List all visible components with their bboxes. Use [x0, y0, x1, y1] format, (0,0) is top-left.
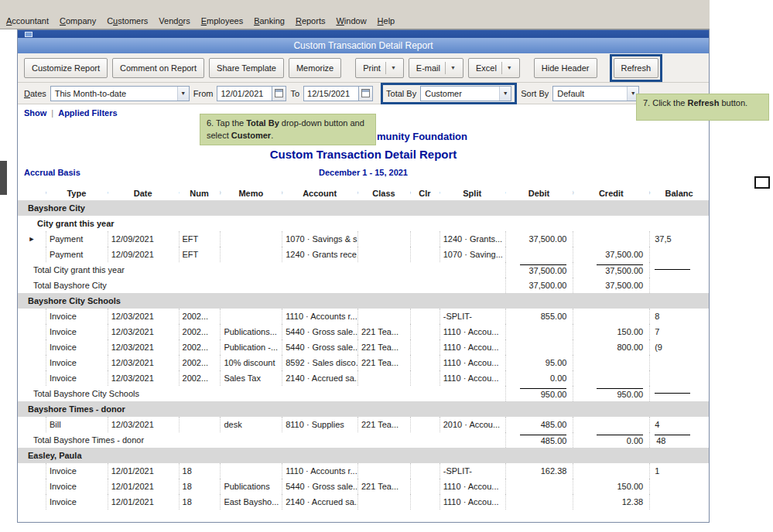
- table-row[interactable]: Invoice12/01/2021181110 · Accounts r...-…: [18, 463, 709, 479]
- cell-credit: [573, 355, 649, 370]
- column-header-debit[interactable]: Debit: [505, 186, 573, 200]
- sort-by-dropdown[interactable]: Default ▼: [552, 86, 639, 101]
- menu-item-help[interactable]: Help: [372, 14, 401, 28]
- cell-balance: [649, 494, 709, 510]
- column-header-date[interactable]: Date: [108, 186, 179, 200]
- accrual-basis-label: Accrual Basis: [24, 168, 80, 177]
- from-date-input[interactable]: 12/01/2021: [217, 86, 272, 101]
- cell-type: Invoice: [46, 339, 108, 355]
- cell-class: [357, 463, 410, 479]
- cell-split: -SPLIT-: [440, 309, 505, 324]
- cell-account: 5440 · Gross sale...: [282, 339, 357, 355]
- cell-balance: [649, 355, 709, 370]
- customize-report-button[interactable]: Customize Report: [24, 58, 108, 78]
- column-header-memo[interactable]: Memo: [220, 186, 282, 200]
- window-title-bar[interactable]: Custom Transaction Detail Report: [18, 38, 709, 53]
- cell-type: Invoice: [46, 324, 108, 339]
- total-credit: 37,500.00: [573, 262, 649, 278]
- menu-item-employees[interactable]: Employees: [196, 14, 248, 28]
- table-row[interactable]: Invoice12/01/202118Publications5440 · Gr…: [18, 479, 709, 494]
- menu-item-customers[interactable]: Customers: [101, 14, 153, 28]
- cell-class: 221 Tea...: [357, 417, 410, 432]
- total-by-dropdown[interactable]: Customer ▼: [420, 86, 511, 101]
- to-date-input[interactable]: 12/15/2021: [303, 86, 359, 101]
- column-header-account[interactable]: Account: [282, 186, 357, 200]
- cell-debit: [505, 494, 573, 510]
- cell-clr: [410, 463, 440, 479]
- subgroup-row: City grant this year: [18, 216, 709, 231]
- cell-date: 12/03/2021: [108, 417, 179, 432]
- print-button[interactable]: Print▼: [355, 58, 404, 78]
- cell-type: Invoice: [46, 370, 108, 386]
- menu-item-accountant[interactable]: Accountant: [1, 14, 54, 28]
- column-header-clr[interactable]: Clr: [410, 186, 440, 200]
- from-date-value: 12/01/2021: [221, 89, 263, 98]
- memorize-button[interactable]: Memorize: [289, 58, 341, 78]
- total-balance-value: [655, 393, 690, 394]
- menu-item-banking[interactable]: Banking: [248, 14, 290, 28]
- total-debit-value: 37,500.00: [520, 264, 566, 275]
- cell-balance: [649, 370, 709, 386]
- cell-memo: Publications...: [220, 324, 282, 339]
- refresh-button[interactable]: Refresh: [614, 58, 659, 78]
- hide-header-button[interactable]: Hide Header: [534, 58, 597, 78]
- cell-clr: [410, 231, 440, 247]
- column-header-num[interactable]: Num: [179, 186, 221, 200]
- dropdown-arrow-icon[interactable]: ▼: [391, 65, 396, 70]
- comment-on-report-button[interactable]: Comment on Report: [112, 58, 204, 78]
- cell-class: 221 Tea...: [357, 324, 410, 339]
- applied-filters-link[interactable]: Applied Filters: [58, 108, 117, 118]
- table-row[interactable]: Payment12/09/2021EFT1240 · Grants rece..…: [18, 247, 709, 262]
- table-row[interactable]: ►Payment12/09/2021EFT1070 · Savings & s.…: [18, 231, 709, 247]
- e-mail-button[interactable]: E-mail▼: [409, 58, 463, 78]
- column-header-type[interactable]: Type: [46, 186, 108, 200]
- left-edge-fragment: [0, 161, 7, 195]
- from-calendar-button[interactable]: [272, 86, 286, 101]
- menu-item-reports[interactable]: Reports: [290, 14, 331, 28]
- cell-class: [357, 494, 410, 510]
- group-label: Bayshore City: [18, 200, 709, 216]
- menu-item-window[interactable]: Window: [330, 14, 371, 28]
- total-by-highlight: Total By Customer ▼: [381, 83, 517, 104]
- cell-account: 5440 · Gross sale...: [282, 479, 357, 494]
- column-header-split[interactable]: Split: [440, 186, 505, 200]
- row-marker: [18, 309, 46, 324]
- dropdown-arrow-icon[interactable]: ▼: [499, 87, 511, 101]
- cell-clr: [410, 324, 440, 339]
- show-link[interactable]: Show: [24, 108, 46, 118]
- menu-item-company[interactable]: Company: [54, 14, 101, 28]
- column-header-credit[interactable]: Credit: [573, 186, 649, 200]
- sort-by-label: Sort By: [521, 89, 549, 98]
- column-header-class[interactable]: Class: [357, 186, 410, 200]
- table-row[interactable]: Invoice12/01/202118East Baysho...2140 · …: [18, 494, 709, 510]
- total-debit-value: 950.00: [520, 388, 566, 399]
- dropdown-arrow-icon[interactable]: ▼: [450, 65, 456, 70]
- cell-num: 18: [179, 463, 221, 479]
- total-credit-value: 0.00: [597, 435, 643, 445]
- to-calendar-button[interactable]: [359, 86, 373, 101]
- table-row[interactable]: Invoice12/03/20212002...10% discount8592…: [18, 355, 709, 370]
- group-label: Bayshore Times - donor: [18, 401, 709, 417]
- window-menu-icon[interactable]: [25, 32, 32, 37]
- table-row[interactable]: Invoice12/03/20212002...Sales Tax2140 · …: [18, 370, 709, 386]
- excel-button[interactable]: Excel▼: [468, 58, 520, 78]
- table-row[interactable]: Invoice12/03/20212002...Publication -...…: [18, 339, 709, 355]
- column-header-balanc[interactable]: Balanc: [649, 186, 709, 200]
- table-row[interactable]: Bill12/03/2021desk8110 · Supplies221 Tea…: [18, 417, 709, 432]
- cell-num: 18: [179, 479, 221, 494]
- table-row[interactable]: Invoice12/03/20212002...Publications...5…: [18, 324, 709, 339]
- menu-item-vendors[interactable]: Vendors: [153, 14, 195, 28]
- total-balance-value: [655, 269, 690, 271]
- annotation-rectangle: [754, 176, 770, 189]
- dropdown-arrow-icon[interactable]: ▼: [507, 65, 512, 70]
- cell-memo: Sales Tax: [220, 370, 282, 386]
- cell-clr: [410, 247, 440, 262]
- dropdown-arrow-icon[interactable]: ▼: [177, 87, 189, 101]
- calendar-icon: [361, 89, 370, 97]
- table-row[interactable]: Invoice12/03/20212002...1110 · Accounts …: [18, 309, 709, 324]
- cell-num: EFT: [179, 231, 221, 247]
- button-label: E-mail: [416, 63, 440, 73]
- dates-dropdown[interactable]: This Month-to-date ▼: [50, 86, 190, 101]
- share-template-button[interactable]: Share Template: [209, 58, 284, 78]
- current-row-arrow-icon: ►: [28, 235, 35, 243]
